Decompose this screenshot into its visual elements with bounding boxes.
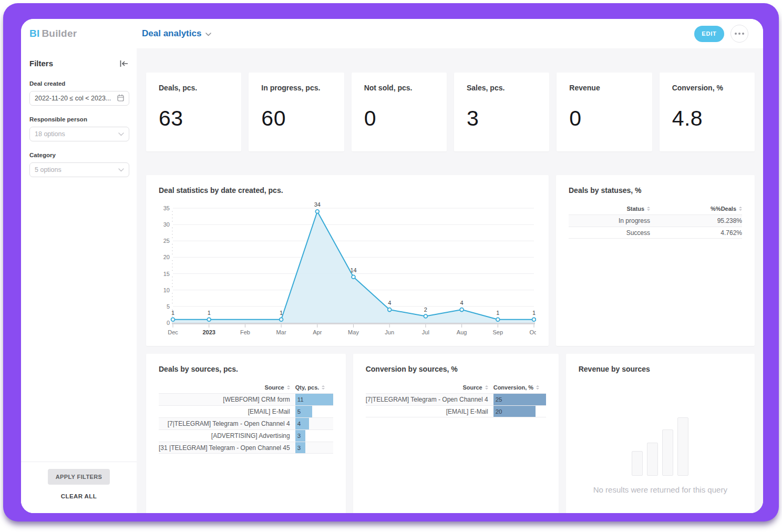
source-cell: [EMAIL] E-Mail — [159, 406, 295, 417]
deal-created-date-input[interactable]: 2022-11-20 ≤ col < 2023... — [29, 91, 129, 106]
svg-text:Jun: Jun — [385, 329, 394, 335]
svg-text:15: 15 — [163, 271, 170, 277]
chart-title: Deals by sources, pcs. — [159, 365, 333, 373]
clear-all-button[interactable]: CLEAR ALL — [61, 493, 97, 499]
kpi-row: Deals, pcs.63In progress, pcs.60Not sold… — [146, 73, 755, 151]
svg-text:4: 4 — [388, 300, 391, 306]
kpi-value: 4.8 — [672, 106, 742, 131]
deals-by-sources-card: Deals by sources, pcs. SourceQty, pcs.[W… — [146, 354, 346, 513]
table-row: Success4.762% — [569, 227, 742, 239]
statuses-table: Status%%DealsIn progress95.238%Success4.… — [569, 203, 742, 239]
sort-icon — [485, 385, 488, 390]
kpi-card: Not sold, pcs.0 — [352, 73, 447, 151]
svg-text:Apr: Apr — [313, 329, 322, 335]
bar-cell: 3 — [295, 442, 333, 453]
svg-text:10: 10 — [163, 287, 170, 293]
bar-cell: 20 — [493, 406, 546, 417]
kpi-label: Conversion, % — [672, 84, 742, 92]
status-cell: Success — [569, 229, 650, 237]
column-header-status[interactable]: Status — [569, 206, 650, 212]
filter-label-responsible-person: Responsible person — [29, 116, 129, 122]
app-logo: BIBuilder — [21, 28, 137, 39]
bar-cell: 3 — [295, 430, 333, 442]
kpi-card: Sales, pcs.3 — [454, 73, 549, 151]
ellipsis-icon — [735, 33, 737, 35]
table-row: [7|TELEGRAM] Telegram - Open Channel 44 — [159, 417, 333, 429]
top-bar: BIBuilder Deal analytics EDIT — [21, 19, 763, 48]
svg-text:1: 1 — [280, 310, 283, 316]
chart-title: Conversion by sources, % — [366, 365, 546, 373]
svg-text:Sep: Sep — [493, 329, 503, 335]
source-cell: [ADVERTISING] Advertising — [159, 430, 295, 442]
conversion-by-sources-card: Conversion by sources, % SourceConversio… — [353, 354, 559, 513]
source-cell: [EMAIL] E-Mail — [366, 406, 493, 417]
category-select[interactable]: 5 options — [29, 162, 129, 177]
svg-text:Jul: Jul — [422, 329, 429, 335]
more-options-button[interactable] — [730, 25, 748, 43]
deal-statistics-card: Deal statistics by date created, pcs. 05… — [146, 175, 549, 346]
calendar-icon — [117, 94, 124, 103]
kpi-label: Sales, pcs. — [467, 84, 537, 92]
svg-text:Aug: Aug — [457, 329, 467, 335]
header-actions: EDIT — [694, 25, 763, 43]
column-header-source[interactable]: Source — [366, 384, 493, 391]
empty-state-message: No results were returned for this query — [593, 485, 727, 494]
responsible-person-select[interactable]: 18 options — [29, 127, 129, 141]
svg-text:5: 5 — [167, 303, 170, 310]
table-row: [EMAIL] E-Mail5 — [159, 405, 333, 417]
column-header-value[interactable]: Qty, pcs. — [295, 384, 333, 391]
column-header-value[interactable]: Conversion, % — [493, 384, 546, 391]
column-header-source[interactable]: Source — [159, 384, 295, 391]
sort-icon — [739, 207, 742, 211]
svg-text:25: 25 — [163, 238, 170, 244]
svg-text:Dec: Dec — [168, 329, 178, 335]
svg-text:2: 2 — [424, 306, 427, 313]
logo-builder: Builder — [42, 28, 77, 39]
filters-sidebar: Filters Deal created 2022-11-20 ≤ col < … — [21, 48, 137, 513]
deals-by-sources-table: SourceQty, pcs.[WEBFORM] CRM form11[EMAI… — [159, 382, 333, 454]
value-bar: 25 — [493, 394, 546, 405]
collapse-sidebar-icon[interactable] — [119, 60, 128, 67]
svg-text:Oct: Oct — [529, 329, 536, 335]
sidebar-footer: APPLY FILTERS CLEAR ALL — [21, 462, 137, 513]
dashboard-title-dropdown[interactable]: Deal analytics — [142, 28, 211, 39]
value-bar: 3 — [295, 430, 306, 442]
chart-title: Deal statistics by date created, pcs. — [159, 186, 536, 195]
table-row: [WEBFORM] CRM form11 — [159, 393, 333, 405]
kpi-card: Conversion, %4.8 — [660, 73, 755, 151]
sort-icon — [536, 385, 539, 390]
value-cell: 4.762% — [650, 229, 742, 237]
svg-text:0: 0 — [167, 320, 170, 326]
empty-state: No results were returned for this query — [579, 373, 742, 494]
dashboard-main: Deals, pcs.63In progress, pcs.60Not sold… — [137, 48, 763, 513]
svg-text:1: 1 — [171, 310, 174, 316]
svg-text:Mar: Mar — [276, 329, 286, 335]
kpi-label: Revenue — [569, 84, 639, 92]
bar-cell: 5 — [295, 406, 333, 417]
column-header-deals-pct[interactable]: %%Deals — [650, 206, 742, 212]
kpi-card: Revenue0 — [557, 73, 652, 151]
chart-title: Deals by statuses, % — [569, 186, 742, 195]
svg-text:20: 20 — [163, 254, 170, 260]
conversion-by-sources-table: SourceConversion, %[7|TELEGRAM] Telegram… — [366, 382, 546, 417]
source-cell: [31 |TELEGRAM] Telegram - Open Channel 4… — [159, 442, 295, 453]
revenue-by-sources-card: Revenue by sources No results were retur… — [566, 354, 755, 513]
kpi-card: In progress, pcs.60 — [249, 73, 344, 151]
apply-filters-button[interactable]: APPLY FILTERS — [48, 469, 110, 485]
sort-icon — [322, 385, 325, 390]
chart-title: Revenue by sources — [579, 365, 742, 373]
status-cell: In progress — [569, 217, 650, 224]
deal-statistics-line-chart: 05101520253035Dec2023FebMarAprMayJunJulA… — [159, 196, 536, 341]
filter-label-deal-created: Deal created — [29, 80, 129, 87]
value-bar: 5 — [295, 406, 313, 417]
value-cell: 95.238% — [650, 217, 742, 224]
svg-text:Feb: Feb — [240, 329, 250, 335]
edit-button[interactable]: EDIT — [694, 26, 724, 42]
value-bar: 20 — [493, 406, 536, 417]
table-row: [EMAIL] E-Mail20 — [366, 405, 546, 417]
filter-label-category: Category — [29, 152, 129, 158]
svg-text:30: 30 — [163, 221, 170, 228]
source-cell: [WEBFORM] CRM form — [159, 394, 295, 405]
value-bar: 11 — [295, 394, 333, 405]
svg-text:May: May — [348, 329, 359, 335]
